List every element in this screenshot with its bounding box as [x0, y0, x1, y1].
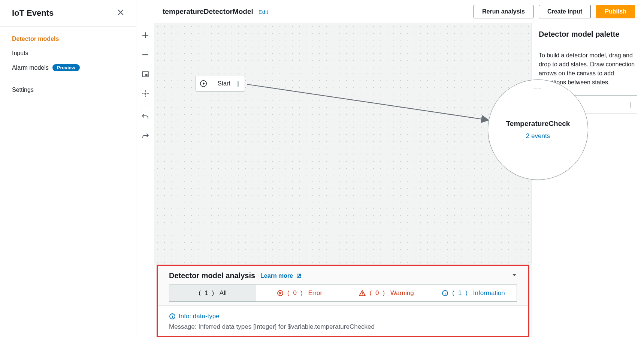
zoom-in-icon[interactable]	[136, 25, 154, 45]
divider	[12, 79, 124, 79]
nav-list: Detector models Inputs Alarm models Prev…	[0, 27, 136, 102]
sidebar-item-alarm-models[interactable]: Alarm models Preview	[12, 60, 124, 75]
sidebar: IoT Events Detector models Inputs Alarm …	[0, 0, 136, 337]
analysis-panel: Detector model analysis Learn more (1) A…	[158, 266, 528, 336]
analysis-message-title[interactable]: Info: data-type	[169, 313, 517, 320]
sidebar-item-label: Alarm models	[12, 64, 49, 71]
create-input-button[interactable]: Create input	[539, 5, 591, 18]
warning-icon	[359, 290, 366, 297]
app-title: IoT Events	[12, 8, 54, 18]
analysis-header: Detector model analysis Learn more	[158, 266, 528, 285]
close-icon[interactable]	[117, 8, 124, 18]
topbar: temperatureDetectorModel Edit Rerun anal…	[136, 0, 644, 23]
sidebar-item-detector-models[interactable]: Detector models	[12, 32, 124, 46]
svg-point-7	[362, 295, 363, 295]
error-icon	[277, 290, 284, 297]
play-icon	[196, 79, 211, 88]
svg-point-2	[144, 93, 146, 95]
start-node[interactable]: Start ||	[196, 76, 245, 91]
edit-link[interactable]: Edit	[258, 9, 268, 15]
info-icon	[169, 313, 176, 320]
svg-point-9	[445, 292, 445, 292]
fit-screen-icon[interactable]	[136, 64, 154, 84]
workspace: Start || ══ TemperatureCheck	[136, 23, 644, 337]
sidebar-item-label: Settings	[12, 87, 34, 93]
learn-more-label: Learn more	[260, 273, 293, 279]
rerun-analysis-button[interactable]: Rerun analysis	[474, 5, 533, 18]
palette: Detector model palette To build a detect…	[532, 23, 644, 337]
state-name: TemperatureCheck	[506, 120, 570, 128]
sidebar-header: IoT Events	[0, 0, 136, 27]
canvas[interactable]: Start || ══ TemperatureCheck	[154, 23, 532, 265]
analysis-message-body: Message: Inferred data types [Integer] f…	[169, 323, 517, 331]
drag-grip-icon[interactable]: ||	[237, 81, 245, 87]
analysis-highlight: Detector model analysis Learn more (1) A…	[157, 265, 529, 337]
drag-grip-icon[interactable]: ||	[629, 102, 637, 108]
analysis-title: Detector model analysis	[169, 271, 255, 280]
main: temperatureDetectorModel Edit Rerun anal…	[136, 0, 644, 337]
state-events-link[interactable]: 2 events	[526, 132, 550, 140]
preview-badge: Preview	[52, 64, 80, 71]
start-label: Start	[211, 80, 237, 87]
filter-warning[interactable]: (0) Warning	[343, 285, 430, 302]
undo-icon[interactable]	[136, 107, 154, 126]
analysis-message: Info: data-type Message: Inferred data t…	[158, 306, 528, 336]
sidebar-item-label: Inputs	[12, 50, 28, 57]
center-icon[interactable]	[136, 84, 154, 103]
svg-rect-1	[145, 74, 148, 76]
sidebar-item-settings[interactable]: Settings	[12, 83, 124, 97]
chevron-down-icon[interactable]	[512, 273, 517, 279]
publish-button[interactable]: Publish	[596, 5, 635, 18]
filter-all[interactable]: (1) All	[169, 285, 256, 302]
learn-more-link[interactable]: Learn more	[260, 273, 302, 279]
filter-information[interactable]: (1) Information	[430, 285, 517, 302]
info-icon	[442, 290, 448, 297]
tool-column	[136, 23, 154, 337]
svg-line-4	[247, 84, 488, 120]
zoom-out-icon[interactable]	[136, 45, 154, 64]
canvas-wrap: Start || ══ TemperatureCheck	[154, 23, 532, 337]
state-node[interactable]: ══ TemperatureCheck 2 events	[488, 79, 588, 180]
model-name: temperatureDetectorModel	[163, 7, 253, 16]
transition-arrow	[247, 81, 491, 141]
redo-icon[interactable]	[136, 126, 154, 146]
external-link-icon	[296, 273, 302, 279]
filter-error[interactable]: (0) Error	[256, 285, 343, 302]
filter-row: (1) All (0) Error (0) Warning (1) I	[158, 285, 528, 306]
svg-point-12	[172, 315, 173, 316]
palette-title: Detector model palette	[532, 23, 644, 44]
sidebar-item-inputs[interactable]: Inputs	[12, 46, 124, 60]
drag-grip-icon[interactable]: ══	[533, 86, 542, 91]
sidebar-item-label: Detector models	[12, 36, 59, 42]
